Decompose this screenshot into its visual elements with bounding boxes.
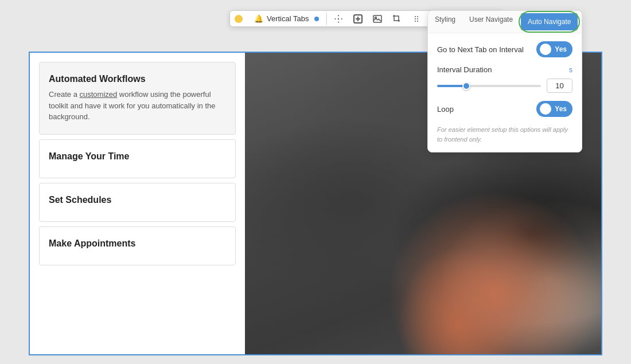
slider-track[interactable] [437, 85, 541, 87]
tab-item-make-appointments[interactable]: Make Appointments [39, 226, 236, 265]
svg-point-6 [417, 16, 418, 17]
slider-container [437, 79, 572, 93]
toolbar-title-section: 🔔 Vertical Tabs [247, 11, 326, 26]
tab-item-set-schedules[interactable]: Set Schedules [39, 183, 236, 222]
tab-item-manage-time[interactable]: Manage Your Time [39, 139, 236, 178]
panel-tab-styling[interactable]: Styling [428, 11, 462, 33]
tab-desc-1: Create a customized workflow using the p… [49, 89, 226, 123]
minimize-button[interactable] [235, 15, 243, 23]
add-icon[interactable] [351, 12, 365, 26]
interval-duration-row: Interval Duration s [437, 65, 572, 93]
panel-tabs: Styling User Navigate Auto Navigate Anim… [428, 11, 582, 33]
go-to-next-value: Yes [555, 45, 567, 53]
go-to-next-toggle[interactable]: Yes [536, 41, 572, 57]
tab-item-automated-workflows[interactable]: Automated Workflows Create a customized … [39, 62, 236, 135]
move-icon[interactable] [332, 12, 345, 26]
crop-icon[interactable] [390, 12, 404, 26]
tab-title-1: Automated Workflows [49, 74, 226, 84]
panel-tab-animation[interactable]: Animation [579, 11, 582, 33]
svg-point-9 [415, 21, 416, 22]
interval-label: Interval Duration [437, 65, 492, 74]
toolbar-element-title: Vertical Tabs [267, 14, 309, 23]
auto-navigate-panel: Styling User Navigate Auto Navigate Anim… [427, 10, 582, 152]
tab-title-3: Set Schedules [49, 195, 226, 205]
image-icon[interactable] [371, 12, 384, 26]
loop-label: Loop [437, 105, 454, 113]
panel-tab-user-navigate[interactable]: User Navigate [462, 11, 520, 33]
toolbar-window-controls [230, 15, 247, 23]
svg-point-10 [417, 21, 418, 22]
go-to-next-row: Go to Next Tab on Interval Yes [437, 41, 572, 57]
slider-thumb[interactable] [462, 82, 470, 90]
svg-point-8 [417, 18, 418, 19]
tabs-panel: Automated Workflows Create a customized … [30, 53, 245, 354]
interval-label-row: Interval Duration s [437, 65, 572, 74]
tab-title-4: Make Appointments [49, 238, 226, 249]
go-to-next-label: Go to Next Tab on Interval [437, 45, 524, 54]
toggle-circle-1 [540, 44, 551, 55]
loop-toggle[interactable]: Yes [536, 101, 572, 117]
panel-body: Go to Next Tab on Interval Yes Interval … [428, 33, 582, 152]
tab-title-2: Manage Your Time [49, 151, 226, 162]
svg-point-7 [415, 18, 416, 19]
loop-value: Yes [555, 105, 567, 113]
svg-point-5 [415, 16, 416, 17]
panel-note: For easier element setup this options wi… [437, 125, 572, 144]
toggle-circle-2 [540, 103, 551, 115]
dot-indicator [314, 17, 319, 21]
panel-tab-auto-navigate[interactable]: Auto Navigate [521, 13, 578, 30]
canvas-background: Automated Workflows Create a customized … [0, 0, 631, 364]
bell-icon: 🔔 [254, 14, 263, 23]
interval-value-input[interactable] [547, 79, 572, 93]
drag-icon[interactable] [410, 12, 423, 26]
loop-row: Loop Yes [437, 101, 572, 117]
interval-unit: s [569, 66, 572, 74]
